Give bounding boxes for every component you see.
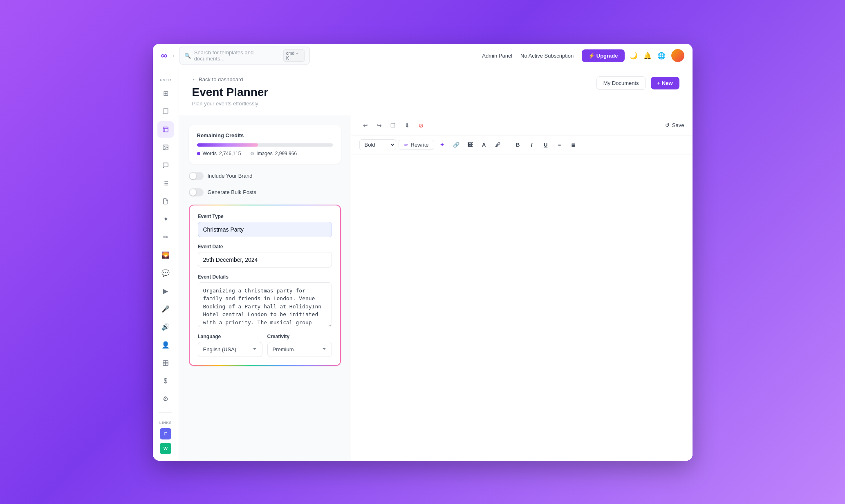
link-button[interactable]: 🔗 [451, 139, 462, 151]
rewrite-icon: ✏ [404, 142, 408, 148]
sidebar-item-user[interactable]: 👤 [157, 337, 174, 353]
bullet-list-button[interactable]: ≡ [554, 139, 565, 151]
search-icon: 🔍 [184, 53, 191, 59]
sidebar-section-user: USER [153, 78, 179, 82]
svg-point-4 [164, 146, 165, 147]
save-button[interactable]: ↺ Save [665, 122, 684, 128]
sidebar-item-file[interactable] [157, 193, 174, 210]
search-bar[interactable]: 🔍 Search for templates and documents... … [179, 47, 310, 65]
text-color-button[interactable]: A [478, 139, 490, 151]
ai-enhance-button[interactable]: ✦ [437, 139, 448, 151]
event-type-group: Event Type [198, 214, 332, 237]
sidebar-item-ai[interactable]: ✦ [157, 211, 174, 227]
credits-info: Words 2,746,115 Images 2,999,966 [197, 151, 333, 156]
breadcrumb[interactable]: ← Back to dashboard [192, 76, 269, 83]
svg-rect-0 [163, 127, 168, 132]
include-brand-toggle[interactable] [189, 172, 204, 180]
sidebar-section-links: LINKS [153, 421, 179, 425]
admin-panel-link[interactable]: Admin Panel [482, 53, 512, 59]
sidebar-item-billing[interactable]: $ [157, 373, 174, 389]
sidebar-item-sound[interactable]: 🔊 [157, 319, 174, 335]
credits-bar [197, 143, 258, 147]
credits-card: Remaining Credits Words 2,746,115 [189, 125, 341, 164]
right-panel: ↩ ↪ ❐ ⬇ ⊘ ↺ Save [351, 115, 693, 461]
page-subtitle: Plan your events effortlessly [192, 100, 269, 107]
underline-button[interactable]: U [540, 139, 551, 151]
sidebar-link-w[interactable]: W [160, 443, 171, 454]
editor-toolbar: ↩ ↪ ❐ ⬇ ⊘ ↺ Save [351, 115, 693, 136]
sidebar-item-mic[interactable]: 🎤 [157, 301, 174, 317]
event-date-label: Event Date [198, 244, 332, 250]
language-creativity-row: Language English (USA) Creativity Premiu… [198, 334, 332, 357]
bulk-posts-toggle[interactable] [189, 188, 204, 196]
sidebar-item-copy[interactable]: ❐ [157, 103, 174, 120]
bulk-posts-toggle-row: Generate Bulk Posts [189, 188, 341, 196]
credits-title: Remaining Credits [197, 132, 333, 138]
ordered-list-button[interactable]: ≣ [568, 139, 579, 151]
sidebar-item-grid[interactable]: ⊞ [157, 85, 174, 102]
words-label: Words [203, 151, 217, 156]
rewrite-button[interactable]: ✏ Rewrite [399, 140, 434, 150]
globe-icon[interactable]: 🌐 [657, 52, 666, 60]
creativity-label: Creativity [267, 334, 332, 339]
images-dot [251, 152, 254, 155]
upgrade-button[interactable]: ⚡ Upgrade [582, 49, 624, 62]
copy-button[interactable]: ❐ [387, 119, 399, 132]
rewrite-label: Rewrite [411, 142, 429, 148]
sidebar-item-image[interactable] [157, 139, 174, 156]
sidebar-item-settings[interactable]: ⚙ [157, 391, 174, 407]
event-details-textarea[interactable]: Organizing a Christmas party for family … [198, 282, 332, 327]
credits-bar-container [197, 143, 333, 147]
words-dot [197, 152, 200, 155]
sidebar: USER ⊞ ❐ ✦ ✏ 🌄 💬 ▶ 🎤 🔊 [153, 68, 179, 461]
sidebar-item-msg[interactable]: 💬 [157, 265, 174, 281]
no-subscription-badge[interactable]: No Active Subscription [520, 53, 574, 59]
download-button[interactable]: ⬇ [401, 119, 413, 132]
event-date-input[interactable] [198, 252, 332, 268]
creativity-select[interactable]: Premium [267, 342, 332, 357]
left-panel: Remaining Credits Words 2,746,115 [179, 115, 351, 461]
nav-chevron[interactable]: › [172, 52, 174, 59]
search-shortcut: cmd + K [283, 49, 305, 62]
sidebar-link-f[interactable]: F [160, 428, 171, 439]
event-type-label: Event Type [198, 214, 332, 219]
sidebar-item-table[interactable] [157, 355, 174, 371]
language-select[interactable]: English (USA) [198, 342, 262, 357]
images-label: Images [256, 151, 272, 156]
bulk-posts-label: Generate Bulk Posts [208, 189, 256, 195]
sidebar-item-document[interactable] [157, 121, 174, 138]
italic-button[interactable]: I [526, 139, 538, 151]
event-type-input[interactable] [198, 222, 332, 237]
form-card: Event Type Event Date Event Details Orga… [189, 205, 341, 366]
notifications-icon[interactable]: 🔔 [643, 52, 652, 60]
event-date-group: Event Date [198, 244, 332, 268]
undo-button[interactable]: ↩ [359, 119, 372, 132]
sidebar-item-pen[interactable]: ✏ [157, 229, 174, 245]
images-value: 2,999,966 [275, 151, 297, 156]
app-logo: ∞ [161, 50, 168, 61]
sidebar-item-list[interactable] [157, 175, 174, 192]
search-placeholder: Search for templates and documents... [194, 49, 280, 62]
language-label: Language [198, 334, 262, 339]
save-icon: ↺ [665, 122, 670, 128]
new-button[interactable]: + New [651, 77, 679, 89]
words-value: 2,746,115 [219, 151, 241, 156]
format-toolbar: Bold ✏ Rewrite ✦ 🔗 🖼 A 🖊 B I [351, 136, 693, 154]
format-select[interactable]: Bold [359, 139, 396, 150]
editor-area[interactable] [351, 154, 693, 461]
save-label: Save [672, 122, 684, 128]
event-details-label: Event Details [198, 274, 332, 280]
dark-mode-icon[interactable]: 🌙 [630, 52, 638, 60]
my-documents-button[interactable]: My Documents [596, 76, 646, 90]
image-insert-button[interactable]: 🖼 [464, 139, 476, 151]
include-brand-toggle-row: Include Your Brand [189, 172, 341, 180]
event-details-group: Event Details Organizing a Christmas par… [198, 274, 332, 327]
stop-button[interactable]: ⊘ [415, 119, 427, 132]
avatar[interactable] [671, 49, 684, 62]
redo-button[interactable]: ↪ [373, 119, 386, 132]
bold-button[interactable]: B [512, 139, 524, 151]
sidebar-item-terminal[interactable]: ▶ [157, 283, 174, 299]
sidebar-item-landscape[interactable]: 🌄 [157, 247, 174, 263]
sidebar-item-chat[interactable] [157, 157, 174, 174]
highlight-button[interactable]: 🖊 [492, 139, 504, 151]
